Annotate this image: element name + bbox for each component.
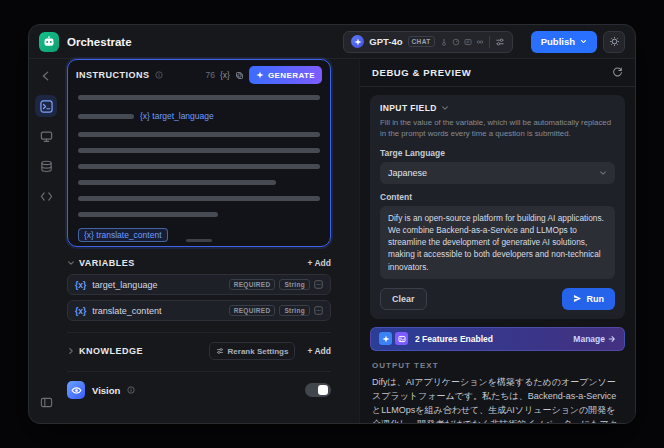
feature-icon <box>379 332 392 345</box>
type-badge: String <box>279 279 310 290</box>
prompt-content: {x} target_language {x} translate_conten… <box>68 86 330 242</box>
instructions-panel[interactable]: INSTRUCTIONS 76 {x} GENERATE {x} t <box>67 59 331 247</box>
rerank-settings-button[interactable]: Rerank Settings <box>209 342 296 360</box>
vision-toggle[interactable] <box>305 383 331 397</box>
skeleton-line <box>78 180 320 185</box>
temperature-icon <box>440 38 448 46</box>
model-params-summary <box>440 38 484 46</box>
vision-label: Vision <box>92 385 120 396</box>
target-language-label: Targe Language <box>380 148 615 158</box>
features-enabled-text: 2 Features Enabled <box>415 334 493 344</box>
model-settings-icon[interactable] <box>495 37 505 47</box>
app-logo-icon[interactable] <box>39 32 59 52</box>
variable-token[interactable]: {x} target_language <box>140 111 214 121</box>
publish-label: Publish <box>541 36 575 47</box>
rerank-settings-label: Rerank Settings <box>228 347 289 356</box>
variable-row[interactable]: {x} translate_content REQUIRED String <box>67 300 331 321</box>
add-variable-button[interactable]: + Add <box>307 258 331 268</box>
monitor-icon <box>40 130 53 143</box>
publish-button[interactable]: Publish <box>531 31 597 53</box>
skeleton-line <box>78 196 320 201</box>
skeleton-line: {x} target_language <box>78 111 320 121</box>
copy-icon[interactable] <box>235 71 244 80</box>
divider <box>489 36 490 48</box>
info-icon <box>127 386 135 394</box>
gear-icon <box>609 36 620 47</box>
max-tokens-icon <box>464 38 472 46</box>
variable-name: translate_content <box>92 306 161 316</box>
knowledge-title: KNOWLEDGE <box>79 346 143 356</box>
char-count: 76 <box>206 70 215 80</box>
variables-section: VARIABLES + Add {x} target_language REQU… <box>67 258 331 321</box>
variable-row[interactable]: {x} target_language REQUIRED String <box>67 274 331 295</box>
info-icon <box>155 71 163 79</box>
penalty-icon <box>476 38 484 46</box>
rail-item-api[interactable] <box>35 185 57 207</box>
refresh-icon[interactable] <box>612 67 623 78</box>
generate-button[interactable]: GENERATE <box>249 66 322 84</box>
knowledge-section: KNOWLEDGE Rerank Settings + Add <box>67 332 331 360</box>
target-language-select[interactable]: Japanese <box>380 162 615 184</box>
database-icon <box>40 160 53 173</box>
add-knowledge-button[interactable]: + Add <box>307 346 331 356</box>
arrow-right-icon <box>608 335 616 343</box>
left-rail <box>29 59 63 423</box>
output-text: Difyは、AIアプリケーションを構築するためのオープンソースプラットフォームで… <box>370 376 625 424</box>
chevron-down-icon <box>599 169 607 177</box>
app-settings-button[interactable] <box>603 31 625 53</box>
rail-item-orchestrate[interactable] <box>35 95 57 117</box>
chevron-down-icon[interactable] <box>67 259 75 267</box>
model-name: GPT-4o <box>369 36 402 47</box>
orchestrate-column: INSTRUCTIONS 76 {x} GENERATE {x} t <box>67 59 331 423</box>
chevron-right-icon[interactable] <box>67 347 75 355</box>
divider <box>360 86 635 87</box>
chevron-down-icon <box>441 104 449 112</box>
features-bar[interactable]: 2 Features Enabled Manage <box>370 327 625 351</box>
app-window: Orchestrate GPT-4o CHAT Publish <box>28 24 636 424</box>
insert-variable-icon[interactable]: {x} <box>220 70 230 80</box>
model-mode-badge: CHAT <box>408 36 435 47</box>
input-field-description: Fill in the value of the variable, which… <box>380 117 615 140</box>
input-field-header[interactable]: INPUT FIELD <box>380 103 615 113</box>
required-badge: REQUIRED <box>229 279 276 290</box>
manage-label: Manage <box>573 334 605 344</box>
variable-token[interactable]: {x} translate_content <box>78 228 168 242</box>
variable-menu-icon[interactable] <box>314 306 323 315</box>
top-p-icon <box>452 38 460 46</box>
skeleton-line <box>78 132 320 137</box>
type-badge: String <box>279 305 310 316</box>
generate-label: GENERATE <box>268 71 315 80</box>
model-selector[interactable]: GPT-4o CHAT <box>343 31 512 53</box>
page-title: Orchestrate <box>67 36 132 48</box>
content-label: Content <box>380 192 615 202</box>
debug-preview-panel: DEBUG & PREVIEW INPUT FIELD Fill in the … <box>359 59 635 423</box>
required-badge: REQUIRED <box>229 305 276 316</box>
sliders-icon <box>216 347 224 355</box>
back-icon[interactable] <box>35 65 57 87</box>
input-field-title: INPUT FIELD <box>380 103 437 113</box>
resize-handle[interactable] <box>186 239 212 242</box>
vision-icon <box>67 381 85 399</box>
chevron-down-icon <box>580 38 587 45</box>
skeleton-line <box>78 148 320 153</box>
code-icon <box>40 190 53 203</box>
sparkle-icon <box>256 71 264 79</box>
debug-preview-title: DEBUG & PREVIEW <box>372 67 471 78</box>
target-language-value: Japanese <box>388 168 427 178</box>
rail-item-datasets[interactable] <box>35 155 57 177</box>
rail-item-preview[interactable] <box>35 125 57 147</box>
manage-features-button[interactable]: Manage <box>573 334 616 344</box>
skeleton-line <box>78 212 320 217</box>
input-field-card: INPUT FIELD Fill in the value of the var… <box>370 95 625 319</box>
skeleton-line <box>78 164 320 169</box>
model-provider-icon <box>351 35 364 48</box>
content-textarea[interactable]: Dify is an open-source platform for buil… <box>380 206 615 279</box>
clear-button[interactable]: Clear <box>380 288 427 310</box>
feature-icon <box>395 332 408 345</box>
collapse-sidebar-icon[interactable] <box>35 391 57 413</box>
variable-menu-icon[interactable] <box>314 280 323 289</box>
send-icon <box>573 294 582 303</box>
instructions-header: INSTRUCTIONS 76 {x} GENERATE <box>68 60 330 86</box>
variable-icon: {x} <box>75 280 86 290</box>
run-button[interactable]: Run <box>562 288 616 310</box>
